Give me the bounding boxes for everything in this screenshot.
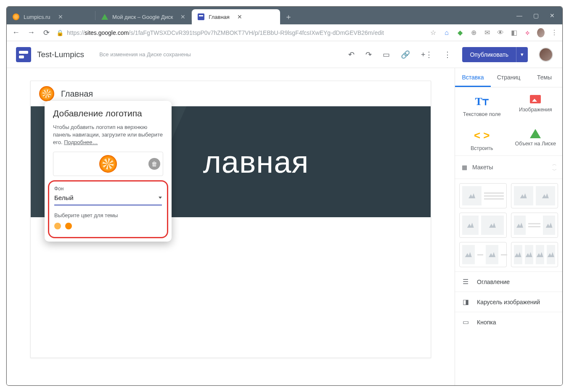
browser-tab-sites[interactable]: Главная ✕ xyxy=(192,9,280,24)
background-label: Фон xyxy=(54,186,162,192)
link-button[interactable]: 🔗 xyxy=(401,50,410,59)
account-avatar[interactable] xyxy=(539,47,553,62)
close-icon[interactable]: ✕ xyxy=(58,13,63,20)
tab-label: Главная xyxy=(209,14,229,20)
background-select[interactable]: Белый xyxy=(54,192,162,205)
layout-option-4[interactable] xyxy=(511,213,558,238)
image-icon xyxy=(530,95,541,103)
ext-home-icon[interactable]: ⌂ xyxy=(443,29,450,37)
site-nav-title[interactable]: Главная xyxy=(61,89,93,99)
toc-icon: ☰ xyxy=(463,278,470,286)
back-button[interactable]: ← xyxy=(11,28,21,37)
save-status: Все изменения на Диске сохранены xyxy=(99,51,191,58)
favicon-orange-icon xyxy=(13,13,19,20)
highlighted-section: Фон Белый Выберите цвет для темы xyxy=(48,180,168,238)
drive-icon xyxy=(530,129,541,138)
insert-drive[interactable]: Объект на Лиске xyxy=(509,121,563,155)
layouts-header: ▦Макеты ︿﹀ xyxy=(455,155,562,179)
sites-logo-icon[interactable] xyxy=(16,47,31,62)
ext-mail-icon[interactable]: ✉ xyxy=(483,29,491,37)
layout-option-6[interactable] xyxy=(511,242,558,267)
more-button[interactable]: ⋮ xyxy=(444,50,451,59)
close-icon[interactable]: ✕ xyxy=(180,13,185,20)
color-swatch-orange[interactable] xyxy=(65,223,72,229)
address-bar: ← → ⟳ 🔒 https://sites.google.com/s/1faFg… xyxy=(7,24,562,41)
profile-avatar-icon[interactable] xyxy=(537,29,545,37)
ext-spark-icon[interactable]: ⟡ xyxy=(524,29,531,37)
window-maximize-icon[interactable]: ▢ xyxy=(533,12,539,19)
browser-menu-icon[interactable]: ⋮ xyxy=(550,29,558,37)
right-sidebar: Вставка Страниц Темы Tᴛ Текстовое поле И… xyxy=(455,68,562,385)
delete-logo-button[interactable]: 🗑 xyxy=(148,158,160,170)
app-header: Test-Lumpics Все изменения на Диске сохр… xyxy=(7,41,562,68)
tab-label: Мой диск – Google Диск xyxy=(112,14,173,20)
logo-preview-slot[interactable]: 🗑 xyxy=(53,152,163,176)
undo-button[interactable]: ↶ xyxy=(348,50,355,59)
redo-button[interactable]: ↷ xyxy=(365,50,372,59)
insert-image[interactable]: Изображения xyxy=(509,87,563,121)
add-logo-dialog: Добавление логотипа Чтобы добавить логот… xyxy=(45,101,172,242)
browser-tab-lumpics[interactable]: Lumpics.ru ✕ xyxy=(7,9,95,24)
tab-pages[interactable]: Страниц xyxy=(491,68,527,87)
favicon-sites-icon xyxy=(198,13,204,20)
tab-insert[interactable]: Вставка xyxy=(455,68,491,87)
close-icon[interactable]: ✕ xyxy=(237,13,242,20)
embed-icon: < > xyxy=(458,129,506,142)
button-icon: ▭ xyxy=(463,318,470,326)
collapse-icon[interactable]: ︿﹀ xyxy=(552,161,556,174)
publish-button[interactable]: Опубликовать xyxy=(462,47,516,62)
ext-puzzle-icon[interactable]: ◧ xyxy=(510,29,518,37)
uploaded-logo-icon xyxy=(99,155,117,173)
text-icon: Tᴛ xyxy=(458,95,506,108)
window-close-icon[interactable]: ✕ xyxy=(550,12,555,19)
carousel-icon: ◨ xyxy=(463,298,470,306)
site-logo-icon[interactable] xyxy=(39,86,54,101)
layout-option-2[interactable] xyxy=(511,183,558,208)
browser-tab-drive[interactable]: Мой диск – Google Диск ✕ xyxy=(95,9,191,24)
sidebar-item-carousel[interactable]: ◨ Карусель изображений xyxy=(455,292,562,312)
insert-text-box[interactable]: Tᴛ Текстовое поле xyxy=(455,87,509,121)
browser-tabbar: Lumpics.ru ✕ Мой диск – Google Диск ✕ Гл… xyxy=(7,7,562,24)
theme-color-label: Выберите цвет для темы xyxy=(54,212,162,218)
dialog-description: Чтобы добавить логотип на верхнюю панель… xyxy=(53,124,163,147)
url-protocol: https:// xyxy=(67,29,85,36)
color-swatch-light-orange[interactable] xyxy=(54,223,61,229)
layout-icon: ▦ xyxy=(462,164,467,171)
publish-dropdown[interactable]: ▾ xyxy=(516,47,528,62)
document-title[interactable]: Test-Lumpics xyxy=(37,50,84,59)
layout-option-3[interactable] xyxy=(459,213,507,238)
star-icon[interactable]: ☆ xyxy=(429,29,437,37)
reload-button[interactable]: ⟳ xyxy=(41,28,51,37)
ext-eye-icon[interactable]: 👁 xyxy=(497,29,504,37)
window-minimize-icon[interactable]: — xyxy=(516,12,522,19)
tab-themes[interactable]: Темы xyxy=(527,68,562,87)
layout-option-5[interactable] xyxy=(459,242,507,267)
sidebar-item-toc[interactable]: ☰ Оглавление xyxy=(455,271,562,292)
dialog-title: Добавление логотипа xyxy=(53,108,163,118)
tab-label: Lumpics.ru xyxy=(24,14,50,20)
layout-option-1[interactable] xyxy=(459,183,507,208)
background-value: Белый xyxy=(54,194,74,201)
url-field[interactable]: 🔒 https://sites.google.com/s/1faFgTWSXDC… xyxy=(56,29,424,36)
sidebar-item-button[interactable]: ▭ Кнопка xyxy=(455,312,562,332)
forward-button[interactable]: → xyxy=(26,28,36,37)
url-path: /s/1faFgTWSXDCvR391tspP0v7hZMBOKT7VH/p/1… xyxy=(129,29,384,36)
share-button[interactable]: +⋮ xyxy=(421,50,433,59)
ext-shield-icon[interactable]: ◆ xyxy=(456,29,464,37)
preview-button[interactable]: ▭ xyxy=(383,50,390,59)
ext-globe-icon[interactable]: ⊕ xyxy=(470,29,477,37)
insert-embed[interactable]: < > Встроить xyxy=(455,121,509,155)
learn-more-link[interactable]: Подробнее… xyxy=(64,139,98,145)
new-tab-button[interactable]: ＋ xyxy=(283,9,294,24)
favicon-drive-icon xyxy=(101,14,108,20)
url-host: sites.google.com xyxy=(85,29,129,36)
hero-title[interactable]: лавная xyxy=(203,144,309,180)
chevron-down-icon xyxy=(159,197,162,199)
lock-icon: 🔒 xyxy=(56,29,64,36)
